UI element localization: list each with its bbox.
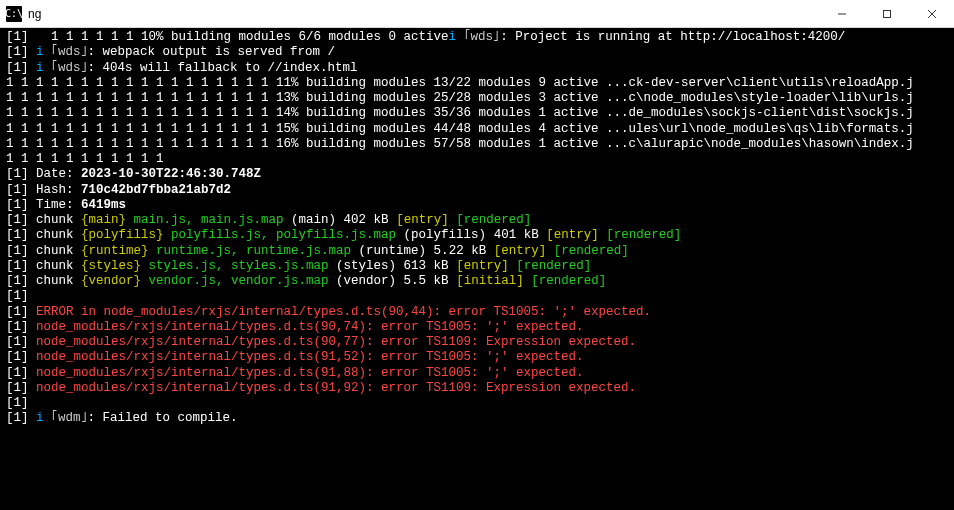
terminal-output[interactable]: [1] 1 1 1 1 1 1 10% building modules 6/6… [0, 28, 954, 510]
terminal-icon: C:\ [6, 6, 22, 22]
chunk-line: [1] chunk {styles} styles.js, styles.js.… [6, 259, 954, 274]
build-progress-line: [1] 1 1 1 1 1 1 10% building modules 6/6… [6, 30, 954, 45]
chunk-line: [1] chunk {main} main.js, main.js.map (m… [6, 213, 954, 228]
minimize-button[interactable] [819, 0, 864, 28]
blank-line: [1] [6, 289, 954, 304]
window-title: ng [28, 7, 41, 21]
chunk-line: [1] chunk {vendor} vendor.js, vendor.js.… [6, 274, 954, 289]
window-titlebar: C:\ ng [0, 0, 954, 28]
chunk-line: [1] chunk {polyfills} polyfills.js, poly… [6, 228, 954, 243]
error-line: [1] node_modules/rxjs/internal/types.d.t… [6, 350, 954, 365]
build-date-line: [1] Date: 2023-10-30T22:46:30.748Z [6, 167, 954, 182]
blank-line: [1] [6, 396, 954, 411]
build-hash-line: [1] Hash: 710c42bd7fbba21ab7d2 [6, 183, 954, 198]
chunk-line: [1] chunk {runtime} runtime.js, runtime.… [6, 244, 954, 259]
maximize-button[interactable] [864, 0, 909, 28]
build-progress-line: 1 1 1 1 1 1 1 1 1 1 1 1 1 1 1 1 1 1 13% … [6, 91, 954, 106]
titlebar-left: C:\ ng [0, 6, 41, 22]
wds-404-line: [1] i ｢wds｣: 404s will fallback to //ind… [6, 61, 954, 76]
close-button[interactable] [909, 0, 954, 28]
error-line: [1] ERROR in node_modules/rxjs/internal/… [6, 305, 954, 320]
build-progress-line: 1 1 1 1 1 1 1 1 1 1 1 1 1 1 1 1 1 1 14% … [6, 106, 954, 121]
wds-output-line: [1] i ｢wds｣: webpack output is served fr… [6, 45, 954, 60]
error-line: [1] node_modules/rxjs/internal/types.d.t… [6, 320, 954, 335]
build-progress-line: 1 1 1 1 1 1 1 1 1 1 1 1 1 1 1 1 1 1 15% … [6, 122, 954, 137]
window-controls [819, 0, 954, 28]
error-line: [1] node_modules/rxjs/internal/types.d.t… [6, 366, 954, 381]
error-line: [1] node_modules/rxjs/internal/types.d.t… [6, 335, 954, 350]
compile-failed-line: [1] i ｢wdm｣: Failed to compile. [6, 411, 954, 426]
build-time-line: [1] Time: 6419ms [6, 198, 954, 213]
svg-rect-1 [883, 10, 890, 17]
build-progress-line: 1 1 1 1 1 1 1 1 1 1 1 [6, 152, 954, 167]
error-line: [1] node_modules/rxjs/internal/types.d.t… [6, 381, 954, 396]
build-progress-line: 1 1 1 1 1 1 1 1 1 1 1 1 1 1 1 1 1 1 11% … [6, 76, 954, 91]
build-progress-line: 1 1 1 1 1 1 1 1 1 1 1 1 1 1 1 1 1 1 16% … [6, 137, 954, 152]
